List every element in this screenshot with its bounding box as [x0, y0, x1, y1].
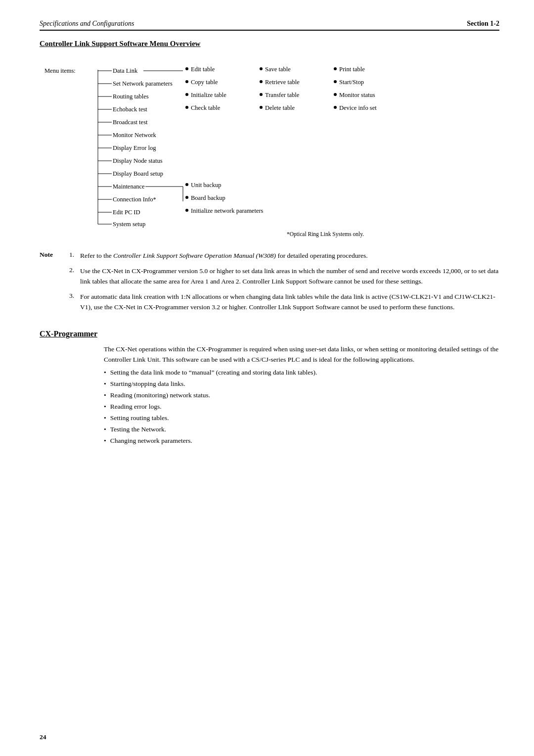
cx-programmer-body: The CX-Net operations within the CX-Prog… [104, 344, 499, 365]
menu-item-monitor-network: Monitor Network [113, 132, 157, 139]
bullet-edit-table: Edit table [191, 66, 215, 73]
note-item-3: 3. For automatic data link creation with… [69, 292, 499, 313]
menu-item-maintenance: Maintenance [113, 183, 145, 190]
bullet-check-table: Check table [191, 104, 221, 111]
svg-point-22 [260, 93, 263, 96]
menu-item-edit-pc-id: Edit PC ID [113, 209, 140, 216]
menu-diagram: Menu items: Data Link Set Network parame… [40, 58, 499, 248]
note-num-3: 3. [69, 292, 80, 300]
menu-item-set-network: Set Network parameters [113, 80, 173, 87]
bullet-board-backup: Board backup [191, 194, 225, 201]
cx-bullet-text-7: Changing network parameters. [110, 436, 192, 446]
svg-point-17 [185, 80, 188, 83]
cx-programmer-title: CX-Programmer [40, 330, 499, 338]
bullet-save-table: Save table [265, 66, 291, 73]
cx-bullet-6: • Testing the Network. [104, 425, 499, 435]
menu-item-display-node: Display Node status [113, 157, 163, 164]
cx-bullet-dot-6: • [104, 425, 106, 435]
svg-point-23 [260, 106, 263, 109]
cx-programmer-bullets: • Setting the data link mode to “manual”… [104, 368, 499, 446]
cx-bullet-3: • Reading (monitoring) network status. [104, 390, 499, 401]
note-item-2: 2. Use the CX-Net in CX-Programmer versi… [69, 266, 499, 287]
cx-bullet-dot-1: • [104, 368, 106, 378]
note-text-3: For automatic data link creation with 1:… [80, 292, 499, 313]
svg-point-27 [334, 106, 337, 109]
bullet-initialize-table: Initialize table [191, 92, 226, 98]
bullet-monitor-status: Monitor status [339, 92, 375, 98]
cx-bullet-1: • Setting the data link mode to “manual”… [104, 368, 499, 378]
bullet-device-info-set: Device info set [339, 104, 377, 111]
cx-bullet-4: • Reading error logs. [104, 402, 499, 412]
note-num-2: 2. [69, 266, 80, 274]
svg-point-24 [334, 67, 337, 70]
cx-bullet-text-2: Starting/stopping data links. [110, 379, 185, 389]
menu-item-connection-info: Connection Info* [113, 196, 156, 203]
header-right: Section 1-2 [467, 20, 499, 28]
svg-point-19 [185, 106, 188, 109]
cx-bullet-dot-2: • [104, 379, 106, 389]
cx-bullet-2: • Starting/stopping data links. [104, 379, 499, 389]
svg-point-20 [260, 67, 263, 70]
menu-item-system-setup: System setup [113, 221, 145, 228]
menu-item-routing: Routing tables [113, 93, 149, 100]
svg-point-30 [185, 196, 188, 199]
header-left: Specifications and Configurations [40, 20, 134, 28]
note-text-2: Use the CX-Net in CX-Programmer version … [80, 266, 499, 287]
section-title: Controller Link Support Software Menu Ov… [40, 40, 499, 48]
bullet-delete-table: Delete table [265, 104, 295, 111]
cx-bullet-text-3: Reading (monitoring) network status. [110, 390, 210, 401]
cx-bullet-text-6: Testing the Network. [110, 425, 166, 435]
menu-item-display-board: Display Board setup [113, 170, 163, 177]
menu-items-label: Menu items: [44, 67, 76, 74]
menu-item-data-link: Data Link [113, 67, 138, 74]
svg-point-31 [185, 209, 188, 212]
note-label: Note [40, 251, 69, 259]
bullet-unit-backup: Unit backup [191, 182, 221, 189]
svg-point-16 [185, 67, 188, 70]
cx-bullet-text-4: Reading error logs. [110, 402, 162, 412]
note-item-1: 1. Refer to the Controller Link Support … [69, 251, 499, 261]
cx-bullet-text-1: Setting the data link mode to “manual” (… [110, 368, 317, 378]
svg-point-21 [260, 80, 263, 83]
note-text-1: Refer to the Controller Link Support Sof… [80, 251, 499, 261]
note-num-1: 1. [69, 251, 80, 259]
notes-content: 1. Refer to the Controller Link Support … [69, 251, 499, 318]
bullet-initialize-network: Initialize network parameters [191, 207, 264, 214]
cx-section: CX-Programmer The CX-Net operations with… [40, 330, 499, 446]
svg-point-26 [334, 93, 337, 96]
svg-point-29 [185, 183, 188, 186]
bullet-start-stop: Start/Stop [339, 79, 364, 86]
svg-point-25 [334, 80, 337, 83]
bullet-copy-table: Copy table [191, 79, 218, 86]
bullet-transfer-table: Transfer table [265, 92, 300, 98]
cx-bullet-text-5: Setting routing tables. [110, 413, 169, 424]
cx-bullet-dot-5: • [104, 413, 106, 424]
cx-bullet-dot-3: • [104, 390, 106, 401]
menu-item-broadcast: Broadcast test [113, 119, 148, 126]
page-number: 24 [40, 733, 46, 741]
optical-note: *Optical Ring Link Systems only. [287, 231, 364, 237]
menu-item-echoback: Echoback test [113, 106, 147, 113]
header-bar: Specifications and Configurations Sectio… [40, 20, 499, 31]
note-row-1: Note 1. Refer to the Controller Link Sup… [40, 251, 499, 318]
cx-bullet-7: • Changing network parameters. [104, 436, 499, 446]
cx-bullet-dot-7: • [104, 436, 106, 446]
bullet-print-table: Print table [339, 66, 365, 73]
cx-bullet-5: • Setting routing tables. [104, 413, 499, 424]
page: Specifications and Configurations Sectio… [0, 0, 534, 756]
bullet-retrieve-table: Retrieve table [265, 79, 300, 86]
menu-item-display-error: Display Error log [113, 144, 156, 151]
svg-point-18 [185, 93, 188, 96]
cx-bullet-dot-4: • [104, 402, 106, 412]
notes-section: Note 1. Refer to the Controller Link Sup… [40, 251, 499, 318]
